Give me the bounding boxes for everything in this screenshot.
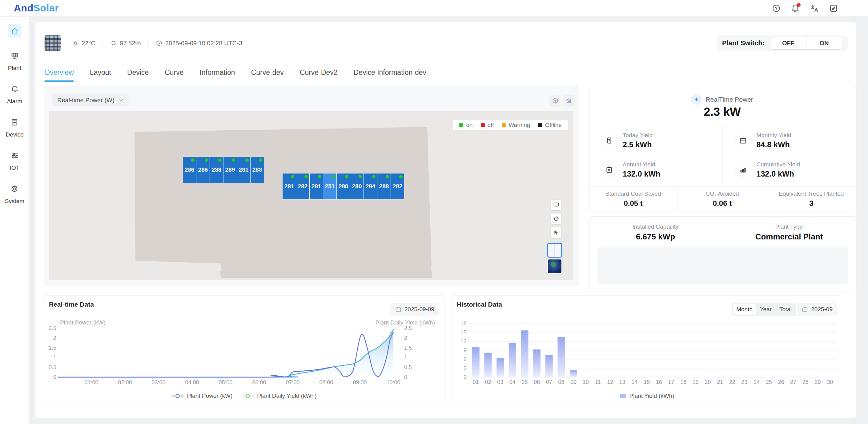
system-icon-box (7, 182, 22, 196)
metric-selector-value: Real-time Power (W) (57, 97, 115, 104)
solar-panel-251[interactable]: 251 (323, 173, 336, 199)
historical-range-tabs: MonthYearTotal (732, 303, 796, 316)
cube-icon (552, 97, 559, 104)
tab-curve-dev[interactable]: Curve-dev (251, 68, 284, 82)
sidebar-item-system[interactable]: System (5, 182, 24, 205)
panel-status-dot (332, 175, 335, 178)
clipboard-icon-circle (601, 162, 617, 178)
sidebar-item-plant[interactable]: Plant (8, 49, 22, 72)
sidebar-item-iot[interactable]: IOT (8, 148, 22, 171)
solar-panel-281[interactable]: 281 (310, 173, 323, 199)
yield-value: 132.0 kWh (623, 169, 660, 178)
status-legend-warning: Warning (502, 122, 530, 129)
plant-info-card: Installed Capacity6.675 kWpPlant TypeCom… (589, 216, 856, 291)
language-button[interactable] (809, 3, 820, 13)
svg-text:02: 02 (485, 379, 491, 385)
notification-bell-button[interactable] (790, 3, 801, 13)
svg-text:09:00: 09:00 (353, 379, 367, 386)
solar-panel-281[interactable]: 281 (283, 173, 296, 199)
solar-panel-286[interactable]: 286 (196, 157, 210, 183)
panel-power-value: 281 (239, 166, 249, 173)
tab-device[interactable]: Device (127, 68, 149, 82)
solar-panel-284[interactable]: 284 (364, 173, 377, 199)
sidebar-item-device[interactable]: Device (5, 115, 23, 138)
svg-text:07: 07 (546, 379, 552, 385)
tab-curve-dev2[interactable]: Curve-Dev2 (300, 68, 338, 82)
legend-item[interactable]: Plant Power (kW) (172, 393, 232, 399)
solar-panel-289[interactable]: 289 (223, 157, 237, 183)
tab-overview[interactable]: Overview (44, 68, 74, 82)
lightning-icon-wrap (691, 94, 702, 105)
yield-stat-cumulative-yield: Cumulative Yield132.0 kWh (722, 155, 856, 184)
svg-text:18: 18 (680, 379, 686, 385)
solar-panel-282[interactable]: 282 (296, 173, 309, 199)
realtime-date-picker[interactable]: 2025-09-09 (390, 303, 439, 315)
env-stat-standard-coal-saved: Standard Coal Saved0.05 t (589, 187, 678, 211)
sidebar-item-home[interactable] (8, 24, 22, 38)
tab-curve[interactable]: Curve (165, 68, 183, 82)
svg-text:03:00: 03:00 (151, 379, 165, 386)
panel-status-dot (218, 159, 222, 162)
cycle-icon (110, 40, 117, 47)
range-tab-year[interactable]: Year (756, 304, 775, 315)
satellite-view-thumbnail[interactable] (547, 259, 562, 274)
plant-meta: 22°C | 97.52% | 2025-09-09 10:02:28 UTC-… (72, 40, 242, 47)
svg-text:15: 15 (644, 379, 650, 385)
legend-label: Plant Power (kW) (187, 393, 232, 399)
svg-text:2: 2 (404, 335, 407, 341)
metric-selector-dropdown[interactable]: Real-time Power (W) (52, 94, 129, 106)
sidebar-item-label: Device (5, 131, 23, 138)
map-locate-button[interactable] (551, 214, 561, 224)
realtime-chart-legend: Plant Power (kW)Plant Daily Yield (kWh) (44, 393, 444, 399)
solar-panel-288[interactable]: 288 (210, 157, 223, 183)
map-settings-button[interactable] (563, 95, 575, 107)
historical-date-picker[interactable]: 2025-09 (797, 303, 838, 315)
map-select-button[interactable] (551, 227, 561, 238)
plant-photo-thumbnail[interactable] (44, 35, 61, 52)
yield-label: Annual Yield (623, 161, 660, 168)
realtime-power-value: 2.3 kW (589, 105, 856, 119)
plant-tabs: OverviewLayoutDeviceCurveInformationCurv… (44, 68, 426, 82)
sidebar-item-alarm[interactable]: Alarm (7, 82, 23, 105)
plant-switch-on-button[interactable]: ON (806, 37, 842, 49)
solar-panel-281[interactable]: 281 (237, 157, 250, 183)
panel-status-dot (386, 175, 389, 178)
tab-information[interactable]: Information (200, 68, 235, 82)
svg-text:05:00: 05:00 (219, 379, 232, 386)
realtime-power-label: RealTime Power (706, 96, 753, 103)
sidebar-item-label: Plant (8, 65, 21, 72)
solar-panel-288[interactable]: 288 (377, 173, 391, 199)
historical-date-value: 2025-09 (811, 306, 833, 313)
map-screen-button[interactable] (551, 200, 561, 210)
panel-power-value: 286 (185, 166, 194, 173)
tab-layout[interactable]: Layout (90, 68, 111, 82)
env-value: 0.05 t (624, 199, 642, 208)
doc-icon (605, 137, 613, 144)
solar-panel-280[interactable]: 280 (337, 173, 350, 199)
panel-status-dot (205, 159, 208, 162)
legend-item[interactable]: Plant Daily Yield (kWh) (242, 393, 316, 399)
solar-panel-282[interactable]: 282 (391, 173, 404, 199)
range-tab-total[interactable]: Total (776, 304, 795, 315)
solar-panel-286[interactable]: 286 (183, 157, 196, 183)
env-label: Standard Coal Saved (606, 191, 661, 197)
map-3d-view-button[interactable] (550, 95, 561, 107)
yield-value: 84.8 kWh (756, 140, 792, 149)
fullscreen-button[interactable] (828, 3, 839, 13)
environment-stats-row: Standard Coal Saved0.05 tCO₂ Avoided0.06… (589, 187, 856, 211)
plant-layout-map[interactable]: onoffWarningOffline 286286288289281283 2… (49, 111, 574, 280)
svg-text:2.5: 2.5 (404, 325, 412, 331)
legend-item[interactable]: Plant Yield (kWh) (620, 393, 674, 399)
range-tab-month[interactable]: Month (733, 304, 756, 315)
help-button[interactable]: ? (771, 3, 781, 13)
panel-status-dot (304, 175, 308, 178)
bolt-icon (693, 96, 700, 103)
plant-switch-off-button[interactable]: OFF (770, 37, 806, 49)
info-value: 6.675 kWp (636, 232, 675, 242)
solar-panel-283[interactable]: 283 (251, 157, 264, 183)
map-view-thumbnail[interactable] (547, 243, 562, 258)
solar-panel-280[interactable]: 280 (350, 173, 364, 199)
tab-device-information-dev[interactable]: Device Information-dev (353, 68, 426, 82)
svg-text:08:00: 08:00 (319, 379, 333, 386)
svg-text:16: 16 (656, 379, 662, 385)
